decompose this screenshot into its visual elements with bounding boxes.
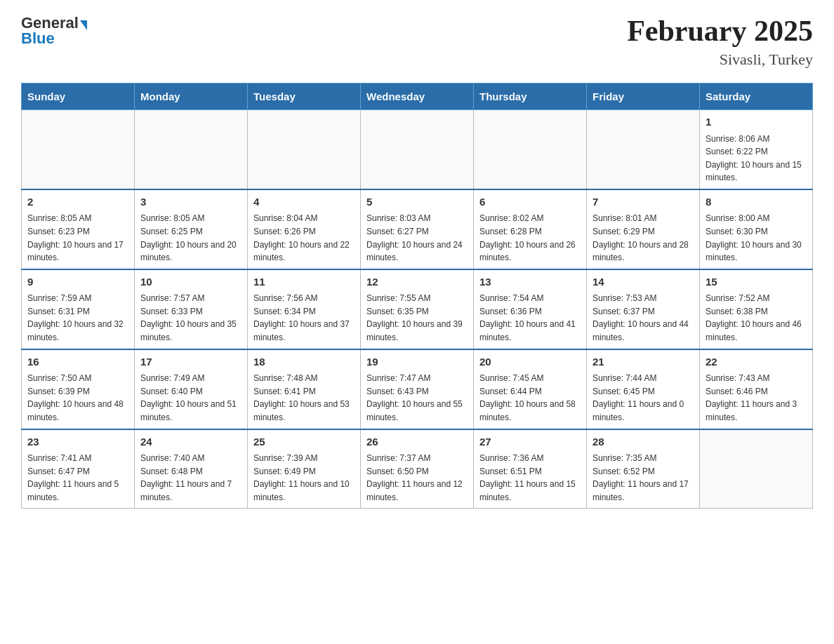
day-info: Sunrise: 8:06 AMSunset: 6:22 PMDaylight:…: [706, 133, 807, 185]
day-number: 27: [479, 434, 581, 450]
day-number: 13: [479, 274, 581, 290]
day-info: Sunrise: 7:49 AMSunset: 6:40 PMDaylight:…: [140, 372, 241, 424]
day-info: Sunrise: 7:57 AMSunset: 6:33 PMDaylight:…: [140, 292, 241, 344]
calendar-cell: 14Sunrise: 7:53 AMSunset: 6:37 PMDayligh…: [587, 269, 700, 349]
logo-blue-text: Blue: [21, 29, 55, 48]
day-number: 15: [706, 274, 807, 290]
day-number: 5: [366, 194, 468, 210]
day-number: 28: [593, 434, 694, 450]
day-info: Sunrise: 8:02 AMSunset: 6:28 PMDaylight:…: [479, 212, 581, 264]
weekday-header-row: SundayMondayTuesdayWednesdayThursdayFrid…: [22, 83, 813, 110]
day-info: Sunrise: 7:44 AMSunset: 6:45 PMDaylight:…: [593, 372, 694, 424]
calendar-cell: 2Sunrise: 8:05 AMSunset: 6:23 PMDaylight…: [22, 189, 135, 269]
day-number: 6: [479, 194, 581, 210]
calendar-cell: [22, 110, 135, 189]
day-number: 7: [593, 194, 694, 210]
day-number: 18: [253, 354, 355, 370]
calendar-cell: 27Sunrise: 7:36 AMSunset: 6:51 PMDayligh…: [474, 429, 587, 509]
day-number: 22: [706, 354, 807, 370]
calendar-cell: 7Sunrise: 8:01 AMSunset: 6:29 PMDaylight…: [587, 189, 700, 269]
day-number: 1: [706, 114, 807, 130]
weekday-header-tuesday: Tuesday: [248, 83, 361, 110]
day-number: 24: [140, 434, 241, 450]
day-info: Sunrise: 7:47 AMSunset: 6:43 PMDaylight:…: [366, 372, 468, 424]
calendar-title: February 2025: [627, 14, 813, 48]
day-info: Sunrise: 7:36 AMSunset: 6:51 PMDaylight:…: [479, 452, 581, 504]
calendar-cell: 23Sunrise: 7:41 AMSunset: 6:47 PMDayligh…: [22, 429, 135, 509]
calendar-subtitle: Sivasli, Turkey: [627, 51, 813, 69]
day-number: 17: [140, 354, 241, 370]
calendar-cell: 17Sunrise: 7:49 AMSunset: 6:40 PMDayligh…: [135, 349, 248, 429]
day-number: 23: [27, 434, 128, 450]
calendar-cell: 21Sunrise: 7:44 AMSunset: 6:45 PMDayligh…: [587, 349, 700, 429]
day-number: 11: [253, 274, 355, 290]
weekday-header-monday: Monday: [135, 83, 248, 110]
day-info: Sunrise: 8:03 AMSunset: 6:27 PMDaylight:…: [366, 212, 468, 264]
day-number: 25: [253, 434, 355, 450]
day-number: 20: [479, 354, 581, 370]
calendar-cell: 28Sunrise: 7:35 AMSunset: 6:52 PMDayligh…: [587, 429, 700, 509]
day-info: Sunrise: 7:54 AMSunset: 6:36 PMDaylight:…: [479, 292, 581, 344]
calendar-week-4: 16Sunrise: 7:50 AMSunset: 6:39 PMDayligh…: [22, 349, 813, 429]
calendar-cell: [474, 110, 587, 189]
day-info: Sunrise: 7:55 AMSunset: 6:35 PMDaylight:…: [366, 292, 468, 344]
calendar-week-2: 2Sunrise: 8:05 AMSunset: 6:23 PMDaylight…: [22, 189, 813, 269]
calendar-cell: 5Sunrise: 8:03 AMSunset: 6:27 PMDaylight…: [361, 189, 474, 269]
calendar-week-5: 23Sunrise: 7:41 AMSunset: 6:47 PMDayligh…: [22, 429, 813, 509]
day-number: 19: [366, 354, 468, 370]
day-info: Sunrise: 7:56 AMSunset: 6:34 PMDaylight:…: [253, 292, 355, 344]
calendar-cell: 10Sunrise: 7:57 AMSunset: 6:33 PMDayligh…: [135, 269, 248, 349]
calendar-cell: 24Sunrise: 7:40 AMSunset: 6:48 PMDayligh…: [135, 429, 248, 509]
day-info: Sunrise: 7:48 AMSunset: 6:41 PMDaylight:…: [253, 372, 355, 424]
calendar-cell: 4Sunrise: 8:04 AMSunset: 6:26 PMDaylight…: [248, 189, 361, 269]
day-info: Sunrise: 7:43 AMSunset: 6:46 PMDaylight:…: [706, 372, 807, 424]
day-number: 12: [366, 274, 468, 290]
calendar-cell: [361, 110, 474, 189]
calendar-cell: 3Sunrise: 8:05 AMSunset: 6:25 PMDaylight…: [135, 189, 248, 269]
calendar-cell: 26Sunrise: 7:37 AMSunset: 6:50 PMDayligh…: [361, 429, 474, 509]
calendar-cell: [135, 110, 248, 189]
calendar-cell: 20Sunrise: 7:45 AMSunset: 6:44 PMDayligh…: [474, 349, 587, 429]
calendar-week-3: 9Sunrise: 7:59 AMSunset: 6:31 PMDaylight…: [22, 269, 813, 349]
logo-triangle-icon: [80, 20, 87, 30]
day-number: 10: [140, 274, 241, 290]
calendar-cell: 15Sunrise: 7:52 AMSunset: 6:38 PMDayligh…: [700, 269, 813, 349]
calendar-cell: 18Sunrise: 7:48 AMSunset: 6:41 PMDayligh…: [248, 349, 361, 429]
weekday-header-saturday: Saturday: [700, 83, 813, 110]
day-info: Sunrise: 7:52 AMSunset: 6:38 PMDaylight:…: [706, 292, 807, 344]
calendar-cell: 9Sunrise: 7:59 AMSunset: 6:31 PMDaylight…: [22, 269, 135, 349]
calendar-cell: 8Sunrise: 8:00 AMSunset: 6:30 PMDaylight…: [700, 189, 813, 269]
day-info: Sunrise: 7:35 AMSunset: 6:52 PMDaylight:…: [593, 452, 694, 504]
day-info: Sunrise: 7:45 AMSunset: 6:44 PMDaylight:…: [479, 372, 581, 424]
day-info: Sunrise: 8:05 AMSunset: 6:23 PMDaylight:…: [27, 212, 128, 264]
day-info: Sunrise: 8:00 AMSunset: 6:30 PMDaylight:…: [706, 212, 807, 264]
day-info: Sunrise: 8:04 AMSunset: 6:26 PMDaylight:…: [253, 212, 355, 264]
calendar-cell: 1Sunrise: 8:06 AMSunset: 6:22 PMDaylight…: [700, 110, 813, 189]
day-info: Sunrise: 8:05 AMSunset: 6:25 PMDaylight:…: [140, 212, 241, 264]
day-info: Sunrise: 7:39 AMSunset: 6:49 PMDaylight:…: [253, 452, 355, 504]
day-info: Sunrise: 7:37 AMSunset: 6:50 PMDaylight:…: [366, 452, 468, 504]
calendar-week-1: 1Sunrise: 8:06 AMSunset: 6:22 PMDaylight…: [22, 110, 813, 189]
calendar-cell: 6Sunrise: 8:02 AMSunset: 6:28 PMDaylight…: [474, 189, 587, 269]
day-number: 26: [366, 434, 468, 450]
day-number: 8: [706, 194, 807, 210]
day-number: 2: [27, 194, 128, 210]
day-number: 9: [27, 274, 128, 290]
calendar-cell: [700, 429, 813, 509]
day-info: Sunrise: 7:50 AMSunset: 6:39 PMDaylight:…: [27, 372, 128, 424]
calendar-cell: 22Sunrise: 7:43 AMSunset: 6:46 PMDayligh…: [700, 349, 813, 429]
calendar-cell: 13Sunrise: 7:54 AMSunset: 6:36 PMDayligh…: [474, 269, 587, 349]
calendar-cell: [248, 110, 361, 189]
day-info: Sunrise: 7:41 AMSunset: 6:47 PMDaylight:…: [27, 452, 128, 504]
weekday-header-wednesday: Wednesday: [361, 83, 474, 110]
calendar-cell: 12Sunrise: 7:55 AMSunset: 6:35 PMDayligh…: [361, 269, 474, 349]
day-number: 14: [593, 274, 694, 290]
weekday-header-sunday: Sunday: [22, 83, 135, 110]
calendar-body: 1Sunrise: 8:06 AMSunset: 6:22 PMDaylight…: [22, 110, 813, 509]
day-info: Sunrise: 7:53 AMSunset: 6:37 PMDaylight:…: [593, 292, 694, 344]
day-number: 3: [140, 194, 241, 210]
day-number: 16: [27, 354, 128, 370]
calendar-cell: 25Sunrise: 7:39 AMSunset: 6:49 PMDayligh…: [248, 429, 361, 509]
weekday-header-thursday: Thursday: [474, 83, 587, 110]
logo: General Blue: [21, 14, 87, 48]
